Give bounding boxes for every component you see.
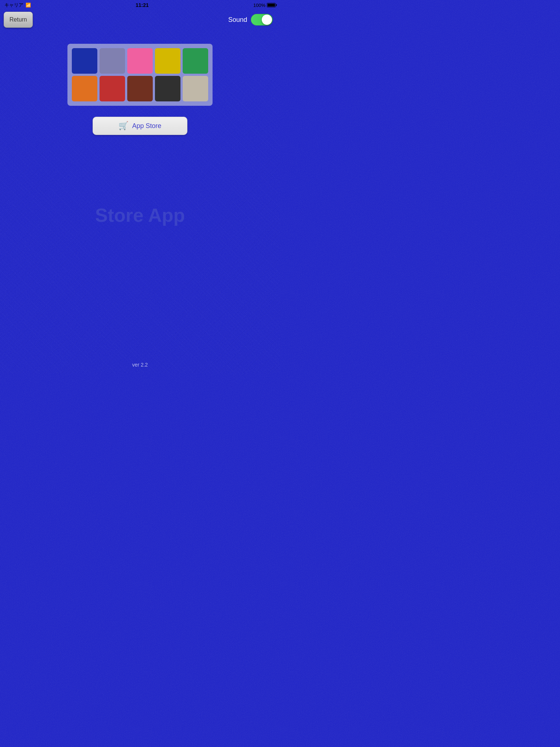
- app-store-button[interactable]: 🛒 App Store: [93, 117, 187, 135]
- return-label: Return: [9, 16, 27, 23]
- wifi-icon: 📶: [26, 3, 31, 8]
- app-store-label: App Store: [132, 122, 161, 130]
- version-text: ver 2.2: [132, 362, 148, 368]
- color-swatch-dark-gray[interactable]: [155, 76, 180, 101]
- color-swatch-dark-blue[interactable]: [72, 48, 97, 74]
- carrier-label: キャリア: [4, 2, 23, 8]
- sound-label: Sound: [228, 16, 247, 24]
- status-left: キャリア 📶: [4, 2, 31, 8]
- sound-toggle-switch[interactable]: [251, 14, 273, 26]
- battery-icon: [267, 3, 276, 7]
- color-swatch-yellow[interactable]: [155, 48, 180, 74]
- color-palette: [67, 44, 213, 106]
- color-swatch-brown[interactable]: [127, 76, 153, 101]
- status-bar: キャリア 📶 11:21 100%: [0, 0, 280, 10]
- cart-icon: 🛒: [118, 121, 128, 131]
- color-swatch-green[interactable]: [183, 48, 208, 74]
- toggle-knob: [262, 15, 272, 25]
- color-swatch-orange[interactable]: [72, 76, 97, 101]
- return-button[interactable]: Return: [4, 12, 33, 28]
- status-right: 100%: [253, 3, 276, 8]
- color-swatch-pink[interactable]: [127, 48, 153, 74]
- store-app-title: Store App: [95, 204, 185, 226]
- color-swatch-lavender[interactable]: [100, 48, 125, 74]
- battery-percent: 100%: [253, 3, 265, 8]
- time-display: 11:21: [136, 2, 149, 8]
- color-swatch-light-gray[interactable]: [183, 76, 208, 101]
- color-swatch-red[interactable]: [100, 76, 125, 101]
- sound-toggle-container: Sound: [228, 14, 273, 26]
